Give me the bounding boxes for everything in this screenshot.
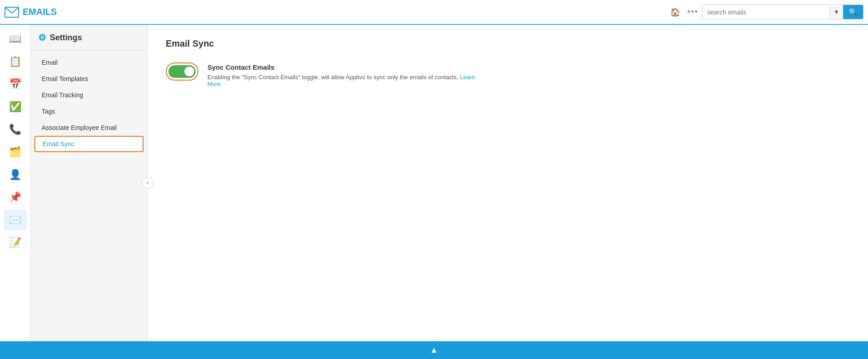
sync-toggle-section: Sync Contact Emails Enabling the "Sync C…	[166, 62, 850, 87]
nav-item-email-templates[interactable]: Email Templates	[31, 71, 147, 87]
sidebar-item-calendar[interactable]: 📅	[4, 74, 27, 95]
page-title: Email Sync	[166, 38, 850, 49]
sidebar-item-contacts[interactable]: 👤	[4, 164, 27, 185]
nav-item-email-sync[interactable]: Email Sync	[34, 136, 144, 152]
icon-sidebar: 📖 📋 📅 ✅ 📞 🗂️ 👤 📌 ✉️ 📝	[0, 25, 31, 341]
sync-contact-emails-toggle[interactable]	[168, 65, 196, 78]
chevron-down-icon: ▼	[834, 9, 839, 15]
search-button[interactable]: 🔍	[843, 5, 863, 19]
sidebar-item-email[interactable]: ✉️	[4, 210, 27, 230]
search-input[interactable]	[703, 6, 830, 18]
sidebar-item-notes[interactable]: 📝	[4, 232, 27, 253]
settings-nav: Email Email Templates Email Tracking Tag…	[31, 51, 147, 156]
book-icon: 📖	[9, 33, 21, 45]
collapse-sidebar-button[interactable]: ‹	[142, 177, 153, 189]
search-dropdown-button[interactable]: ▼	[830, 6, 843, 18]
chevron-up-icon: ▲	[430, 345, 438, 354]
home-icon: 🏠	[670, 8, 680, 17]
main-content: Email Sync Sync Contact Emails Enabling …	[148, 25, 868, 341]
app-title-area: EMAILS	[5, 7, 662, 18]
nav-item-tags[interactable]: Tags	[31, 103, 147, 120]
app-header: EMAILS 🏠 ••• ▼ 🔍	[0, 0, 868, 25]
home-button[interactable]: 🏠	[667, 5, 684, 19]
folder-icon: 🗂️	[9, 146, 21, 158]
nav-item-email-tracking[interactable]: Email Tracking	[31, 87, 147, 103]
nav-item-email[interactable]: Email	[31, 54, 147, 71]
sidebar-item-tasks[interactable]: ✅	[4, 96, 27, 117]
more-options-button[interactable]: •••	[687, 7, 699, 17]
app-name-label: EMAILS	[23, 7, 57, 17]
toggle-description: Enabling the "Sync Contact Emails" toggl…	[207, 74, 479, 87]
main-layout: 📖 📋 📅 ✅ 📞 🗂️ 👤 📌 ✉️ 📝	[0, 25, 868, 341]
email-sidebar-icon: ✉️	[9, 214, 21, 226]
settings-sidebar: ⚙ Settings Email Email Templates Email T…	[31, 25, 148, 341]
pin-icon: 📌	[9, 191, 21, 203]
toggle-description-text: Enabling the "Sync Contact Emails" toggl…	[207, 74, 458, 81]
email-app-icon	[5, 7, 19, 18]
sidebar-item-folder[interactable]: 🗂️	[4, 142, 27, 163]
nav-item-associate-employee-email[interactable]: Associate Employee Email	[31, 120, 147, 136]
toggle-label: Sync Contact Emails	[207, 63, 479, 71]
toggle-info: Sync Contact Emails Enabling the "Sync C…	[207, 62, 479, 87]
notes-icon: 📝	[9, 237, 21, 249]
search-icon: 🔍	[849, 8, 858, 16]
contacts-icon: 👤	[9, 169, 21, 181]
scroll-up-button[interactable]: ▲	[425, 344, 444, 357]
sidebar-item-phone[interactable]: 📞	[4, 119, 27, 140]
chevron-left-icon: ‹	[147, 180, 149, 186]
calendar-icon: 📅	[9, 78, 21, 90]
gear-icon: ⚙	[38, 32, 46, 43]
header-actions: 🏠 ••• ▼ 🔍	[667, 5, 863, 19]
sidebar-item-book[interactable]: 📖	[4, 29, 27, 49]
sidebar-item-pin[interactable]: 📌	[4, 187, 27, 208]
search-bar: ▼ 🔍	[702, 5, 863, 19]
toggle-wrapper	[166, 62, 198, 81]
bottom-bar: ▲	[0, 341, 868, 359]
sidebar-item-list[interactable]: 📋	[4, 51, 27, 72]
phone-icon: 📞	[9, 124, 21, 135]
settings-title: Settings	[50, 33, 82, 43]
checkmark-icon: ✅	[9, 101, 21, 113]
toggle-knob	[184, 67, 194, 77]
list-icon: 📋	[9, 56, 21, 67]
settings-header: ⚙ Settings	[31, 32, 147, 51]
